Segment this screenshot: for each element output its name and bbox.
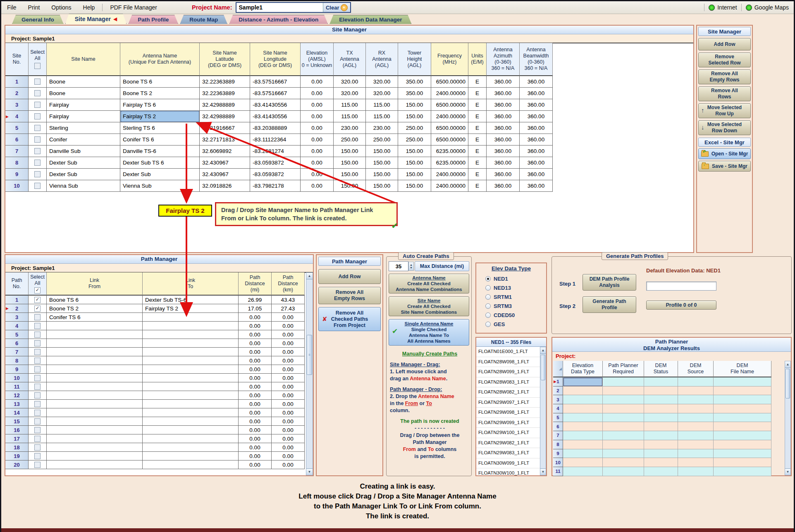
radio-icon[interactable] [485, 276, 491, 282]
site-cell-units[interactable]: E [468, 157, 487, 169]
dem-cell[interactable] [603, 449, 644, 458]
path-cell-mi[interactable]: 0.00 [239, 330, 272, 339]
path-manager-scrollbar[interactable]: ▲ ≡ ▼ [306, 272, 313, 475]
auto-site-name-button[interactable]: Site NameCreate All CheckedSite Name Com… [389, 296, 469, 316]
site-cell-az[interactable]: 360.00 [487, 180, 520, 192]
site-cell-beam[interactable]: 360.00 [520, 99, 553, 111]
site-cell-units[interactable]: E [468, 180, 487, 192]
path-add-row-button[interactable]: Add Row [318, 269, 381, 284]
site-cell-elev[interactable]: 0.00 [301, 122, 334, 134]
row-checkbox[interactable] [34, 148, 41, 154]
scroll-thumb[interactable] [541, 355, 545, 380]
path-cell-from[interactable]: Conifer TS 6 [47, 313, 143, 322]
site-cell-elev[interactable]: 0.00 [301, 157, 334, 169]
radio-icon[interactable] [485, 285, 491, 291]
ned-file-item[interactable]: FLOATN28W083_1.FLT [476, 377, 540, 388]
dem-cell[interactable] [678, 422, 714, 431]
radio-option-ges[interactable]: GES [485, 320, 546, 329]
site-cell-elev[interactable]: 0.00 [301, 180, 334, 192]
scroll-thumb[interactable] [785, 369, 790, 398]
tab-site-manager[interactable]: Site Manager◀ [65, 14, 127, 24]
site-cell-lon[interactable]: -83.57516667 [250, 88, 301, 99]
site-row-select[interactable] [29, 111, 47, 122]
path-cell-km[interactable]: 0.00 [272, 426, 305, 434]
scroll-up-arrow[interactable]: ▲ [785, 361, 790, 368]
site-remove-all-rows-button[interactable]: Remove AllRows [698, 86, 751, 101]
site-cell-rx[interactable]: 150.00 [366, 180, 398, 192]
radio-option-cded50[interactable]: CDED50 [485, 310, 546, 320]
path-cell-from[interactable] [47, 374, 143, 382]
site-cell-tower[interactable]: 150.00 [398, 169, 431, 180]
site-cell-site[interactable]: Dexter Sub [47, 157, 120, 169]
save-site-mgr-button[interactable]: ↓ Save - Site Mgr [698, 161, 751, 172]
site-cell-tower[interactable]: 150.00 [398, 99, 431, 111]
site-cell-tx[interactable]: 150.00 [334, 146, 366, 157]
path-cell-km[interactable]: 0.00 [272, 365, 305, 374]
site-row-number[interactable]: 4▶ [5, 111, 29, 122]
path-row-select[interactable]: ✓ [29, 296, 47, 304]
site-cell-units[interactable]: E [468, 99, 487, 111]
path-cell-from[interactable] [47, 417, 143, 426]
site-cell-units[interactable]: E [468, 76, 487, 88]
path-cell-mi[interactable]: 0.00 [239, 374, 272, 382]
path-cell-mi[interactable]: 0.00 [239, 313, 272, 322]
path-row-number[interactable]: 19 [5, 452, 29, 460]
ned-file-item[interactable]: FLOATN28W099_1.FLT [476, 367, 540, 377]
path-cell-from[interactable] [47, 426, 143, 434]
path-cell-mi[interactable]: 0.00 [239, 460, 272, 469]
path-row-select[interactable] [29, 426, 47, 434]
path-cell-mi[interactable]: 0.00 [239, 417, 272, 426]
path-cell-km[interactable]: 0.00 [272, 417, 305, 426]
site-cell-site[interactable]: Dexter Sub [47, 169, 120, 180]
row-checkbox[interactable] [34, 358, 41, 364]
site-cell-az[interactable]: 360.00 [487, 76, 520, 88]
radio-option-ned13[interactable]: NED13 [485, 283, 546, 292]
row-checkbox[interactable] [34, 444, 41, 451]
radio-icon[interactable] [485, 303, 491, 309]
project-name-input[interactable] [236, 4, 323, 11]
dem-row-number[interactable]: 6 [553, 422, 563, 431]
dem-cell[interactable] [603, 413, 644, 422]
site-cell-units[interactable]: E [468, 111, 487, 122]
path-cell-km[interactable]: 0.00 [272, 408, 305, 417]
site-row-number[interactable]: 6 [5, 134, 29, 146]
path-cell-from[interactable] [47, 408, 143, 417]
path-row-select[interactable] [29, 400, 47, 408]
site-row-number[interactable]: 7 [5, 146, 29, 157]
path-cell-km[interactable]: 0.00 [272, 348, 305, 356]
site-cell-tower[interactable]: 250.00 [398, 134, 431, 146]
row-checkbox[interactable] [34, 436, 41, 442]
path-cell-to[interactable] [143, 330, 239, 339]
menu-file[interactable]: File [1, 4, 22, 11]
path-cell-from[interactable] [47, 382, 143, 391]
dem-cell[interactable] [644, 413, 678, 422]
site-cell-elev[interactable]: 0.00 [301, 111, 334, 122]
scroll-down-arrow[interactable]: ▼ [306, 468, 313, 475]
ned-file-item[interactable]: FLOATN29W098_1.FLT [476, 408, 540, 418]
site-cell-lon[interactable]: -83.7982178 [250, 180, 301, 192]
site-cell-beam[interactable]: 360.00 [520, 111, 553, 122]
site-row-select[interactable] [29, 88, 47, 99]
open-site-mgr-button[interactable]: ↶ Open - Site Mgr [698, 148, 751, 159]
site-cell-tower[interactable]: 150.00 [398, 180, 431, 192]
path-row-select[interactable] [29, 356, 47, 365]
dem-cell[interactable] [603, 422, 644, 431]
site-cell-site[interactable]: Vienna Sub [47, 180, 120, 192]
path-cell-mi[interactable]: 0.00 [239, 322, 272, 330]
path-cell-km[interactable]: 0.00 [272, 339, 305, 348]
path-cell-to[interactable] [143, 339, 239, 348]
site-cell-lon[interactable]: -83.41430556 [250, 111, 301, 122]
path-cell-mi[interactable]: 0.00 [239, 339, 272, 348]
path-row-number[interactable]: 7 [5, 348, 29, 356]
path-cell-to[interactable] [143, 382, 239, 391]
dem-cell[interactable] [678, 395, 714, 404]
path-row-number[interactable]: 16 [5, 426, 29, 434]
dem-cell[interactable] [678, 449, 714, 458]
site-move-selected-row-down-button[interactable]: Move SelectedRow Down↓ [698, 120, 751, 135]
path-cell-mi[interactable]: 17.05 [239, 304, 272, 313]
site-cell-units[interactable]: E [468, 134, 487, 146]
path-cell-from[interactable] [47, 348, 143, 356]
path-row-number[interactable]: 5 [5, 330, 29, 339]
site-cell-freq[interactable]: 6235.00000 [431, 146, 468, 157]
path-row-select[interactable] [29, 417, 47, 426]
